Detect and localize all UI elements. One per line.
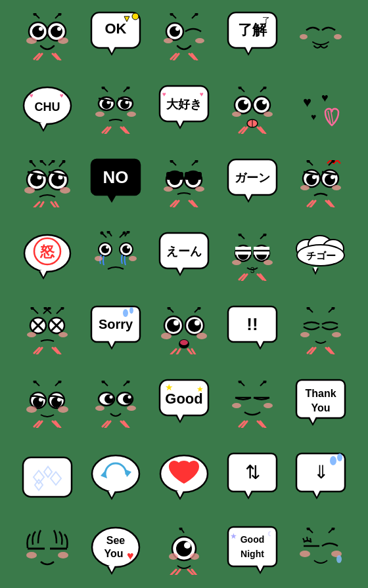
face-cry xyxy=(87,228,145,286)
cell-35: ⇓ xyxy=(288,442,354,513)
svg-point-291 xyxy=(104,394,114,404)
bubble-no: NO xyxy=(87,155,145,213)
cell-28: Good ★ ★ xyxy=(151,369,217,440)
bubble-goodnight: Good Night ★ ☾ xyxy=(223,522,281,580)
svg-text:大好き: 大好き xyxy=(166,98,202,111)
face-dot-eye xyxy=(155,522,213,580)
bubble-refresh xyxy=(87,449,145,507)
svg-point-199 xyxy=(264,260,273,265)
svg-text:You: You xyxy=(311,402,330,413)
svg-text:♥: ♥ xyxy=(60,92,64,99)
svg-rect-130 xyxy=(185,172,202,180)
face-sleepy: 3 xyxy=(223,228,281,286)
cell-14: ガーン xyxy=(219,148,285,219)
svg-point-111 xyxy=(60,187,70,194)
face-crossed xyxy=(18,302,76,360)
svg-point-292 xyxy=(110,396,113,399)
svg-point-264 xyxy=(300,332,310,337)
svg-point-154 xyxy=(332,185,341,190)
bubble-uparrow: ⇅ xyxy=(223,449,281,507)
svg-line-112 xyxy=(34,202,39,207)
svg-text:Good: Good xyxy=(241,534,265,545)
cell-3 xyxy=(151,1,217,72)
svg-text:♥: ♥ xyxy=(162,91,166,98)
svg-point-40 xyxy=(334,34,342,39)
svg-point-243 xyxy=(167,319,180,332)
svg-text:Night: Night xyxy=(241,549,264,559)
bubble-ok: OK xyxy=(87,8,145,66)
cell-10: ♥ ♥ ♥ xyxy=(288,75,354,146)
svg-point-226 xyxy=(27,332,36,337)
svg-point-346 xyxy=(26,552,37,558)
bubble-daisuki: 大好き ♥ ♥ xyxy=(155,81,213,139)
svg-text:★: ★ xyxy=(165,382,173,392)
svg-text:⇅: ⇅ xyxy=(245,462,260,482)
svg-point-57 xyxy=(126,101,129,104)
svg-point-237 xyxy=(129,307,133,314)
svg-text:See: See xyxy=(106,535,126,546)
svg-point-132 xyxy=(195,186,204,192)
cell-37: See You ♥ xyxy=(83,516,149,587)
cell-25 xyxy=(288,295,354,366)
cell-4: 了解 了 xyxy=(219,1,285,72)
cell-30: Thank You xyxy=(288,369,354,440)
svg-text:★: ★ xyxy=(230,532,237,541)
bubble-ika: 怒 xyxy=(18,228,76,286)
bubble-exclaim: !! xyxy=(223,302,281,360)
svg-text:♥: ♥ xyxy=(200,91,204,98)
svg-text:Thank: Thank xyxy=(305,388,336,399)
svg-point-379 xyxy=(336,555,342,563)
svg-point-11 xyxy=(58,37,68,44)
face-tired xyxy=(18,375,76,433)
svg-text:OK: OK xyxy=(105,20,127,37)
cell-24: !! xyxy=(219,295,285,366)
svg-point-9 xyxy=(57,27,61,31)
cell-9 xyxy=(219,75,285,146)
svg-point-153 xyxy=(300,185,310,190)
svg-point-246 xyxy=(188,319,201,332)
cell-8: 大好き ♥ ♥ xyxy=(151,75,217,146)
svg-text:♥: ♥ xyxy=(303,94,311,110)
cell-27 xyxy=(83,369,149,440)
bubble-chu: CHU ♥ ♥ xyxy=(18,81,76,139)
svg-point-131 xyxy=(164,186,173,192)
svg-text:ガーン: ガーン xyxy=(235,171,270,184)
svg-point-314 xyxy=(232,403,241,408)
svg-point-249 xyxy=(196,333,207,339)
face-squint xyxy=(292,302,350,360)
svg-point-178 xyxy=(95,256,103,261)
bubble-seeyou: See You ♥ xyxy=(87,522,145,580)
svg-point-80 xyxy=(262,100,266,104)
svg-point-295 xyxy=(128,396,131,399)
cell-23 xyxy=(151,295,217,366)
svg-text:チゴー: チゴー xyxy=(306,250,336,261)
svg-point-179 xyxy=(129,256,137,261)
cell-21 xyxy=(14,295,80,366)
cell-6: CHU ♥ ♥ xyxy=(14,75,80,146)
bubble-good: Good ★ ★ xyxy=(155,375,213,433)
cell-7 xyxy=(83,75,149,146)
bubble-sorry: Sorry xyxy=(87,302,145,360)
svg-point-281 xyxy=(58,406,68,413)
svg-point-377 xyxy=(300,551,310,557)
svg-rect-126 xyxy=(166,172,183,180)
cell-2: OK xyxy=(83,1,149,72)
svg-point-27 xyxy=(175,27,179,31)
bubble-heart xyxy=(155,449,213,507)
svg-point-177 xyxy=(127,246,129,249)
svg-text:怒: 怒 xyxy=(39,243,55,260)
svg-text:Sorry: Sorry xyxy=(99,317,133,331)
svg-point-360 xyxy=(190,553,199,560)
cell-34: ⇅ xyxy=(219,442,285,513)
svg-point-326 xyxy=(92,455,139,492)
svg-point-343 xyxy=(337,453,342,461)
cell-31 xyxy=(14,442,80,513)
cell-32 xyxy=(83,442,149,513)
svg-point-10 xyxy=(26,37,37,44)
svg-point-359 xyxy=(169,553,178,560)
svg-point-198 xyxy=(232,260,241,265)
svg-point-251 xyxy=(180,340,188,345)
svg-point-280 xyxy=(26,406,37,413)
svg-point-151 xyxy=(331,175,334,179)
face-sneaky xyxy=(87,375,145,433)
